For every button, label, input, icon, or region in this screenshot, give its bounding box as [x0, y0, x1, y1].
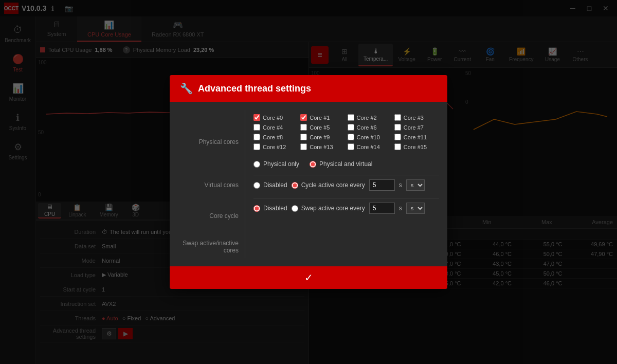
core-check-4[interactable]: Core #4 — [253, 124, 298, 131]
modal-section-labels: Physical cores Virtual cores Core cycle … — [178, 110, 245, 258]
core-check-11[interactable]: Core #11 — [394, 134, 439, 140]
swap-active-label: Swap active core every — [301, 205, 365, 212]
physical-cores-section-label: Physical cores — [178, 114, 239, 166]
core-checkbox-13[interactable] — [300, 143, 307, 150]
core-check-15[interactable]: Core #15 — [394, 143, 439, 150]
physical-cores-grid: Core #0 Core #1 Core #2 Core #3 Core #4 … — [253, 110, 439, 156]
cycle-disabled-radio[interactable]: Disabled — [253, 181, 287, 189]
advanced-thread-modal: 🔧 Advanced thread settings Physical core… — [170, 75, 447, 289]
modal-wrench-icon: 🔧 — [180, 82, 193, 95]
modal-title: Advanced thread settings — [198, 83, 311, 94]
swap-active-input[interactable] — [292, 205, 298, 212]
core-checkbox-8[interactable] — [253, 134, 260, 140]
modal-content: Core #0 Core #1 Core #2 Core #3 Core #4 … — [245, 110, 439, 258]
swap-unit-s: s — [399, 205, 402, 212]
cycle-active-label: Cycle active core every — [301, 181, 365, 189]
modal-overlay: 🔧 Advanced thread settings Physical core… — [0, 0, 617, 364]
swap-cores-row: Disabled Swap active core every s s — [253, 198, 439, 221]
radio-physical-only-label: Physical only — [263, 160, 299, 168]
core-checkbox-3[interactable] — [394, 114, 401, 121]
core-checkbox-1[interactable] — [300, 114, 307, 121]
swap-section-label: Swap active/inactive cores — [178, 235, 239, 258]
modal-confirm-icon: ✓ — [304, 271, 313, 284]
cycle-active-input[interactable] — [292, 182, 298, 189]
core-check-13[interactable]: Core #13 — [300, 143, 345, 150]
core-check-3[interactable]: Core #3 — [394, 114, 439, 121]
cycle-active-radio[interactable]: Cycle active core every — [292, 181, 365, 189]
core-cycle-section-label: Core cycle — [178, 205, 239, 227]
core-check-2[interactable]: Core #2 — [348, 114, 392, 121]
swap-dropdown[interactable]: s — [406, 203, 425, 214]
radio-physical-virtual-input[interactable] — [310, 161, 316, 168]
virtual-cores-section-label: Virtual cores — [178, 174, 239, 196]
swap-disabled-radio[interactable]: Disabled — [253, 205, 287, 212]
swap-value-input[interactable] — [369, 203, 395, 214]
cycle-disabled-input[interactable] — [253, 182, 260, 189]
core-checkbox-5[interactable] — [300, 124, 307, 131]
core-check-9[interactable]: Core #9 — [300, 134, 345, 140]
core-checkbox-7[interactable] — [394, 124, 401, 131]
core-checkbox-15[interactable] — [394, 143, 401, 150]
modal-confirm-button[interactable]: ✓ — [170, 266, 447, 289]
core-checkbox-4[interactable] — [253, 124, 260, 131]
core-cycle-row: Disabled Cycle active core every s s — [253, 175, 439, 198]
core-checkbox-0[interactable] — [253, 114, 260, 121]
cycle-disabled-label: Disabled — [263, 181, 287, 189]
swap-disabled-input[interactable] — [253, 205, 260, 212]
core-check-5[interactable]: Core #5 — [300, 124, 345, 131]
swap-disabled-label: Disabled — [263, 205, 287, 212]
cycle-value-input[interactable] — [369, 179, 395, 191]
core-checkbox-12[interactable] — [253, 143, 260, 150]
virtual-cores-row: Physical only Physical and virtual — [253, 156, 439, 175]
core-checkbox-6[interactable] — [348, 124, 354, 131]
core-checkbox-2[interactable] — [348, 114, 354, 121]
swap-active-radio[interactable]: Swap active core every — [292, 205, 365, 212]
core-check-14[interactable]: Core #14 — [348, 143, 392, 150]
core-checkbox-10[interactable] — [348, 134, 354, 140]
core-check-1[interactable]: Core #1 — [300, 114, 345, 121]
core-checkbox-14[interactable] — [348, 143, 354, 150]
core-check-7[interactable]: Core #7 — [394, 124, 439, 131]
radio-physical-only[interactable]: Physical only — [253, 160, 299, 168]
core-checkbox-9[interactable] — [300, 134, 307, 140]
core-check-12[interactable]: Core #12 — [253, 143, 298, 150]
core-check-0[interactable]: Core #0 — [253, 114, 298, 121]
core-check-8[interactable]: Core #8 — [253, 134, 298, 140]
core-check-6[interactable]: Core #6 — [348, 124, 392, 131]
radio-physical-virtual[interactable]: Physical and virtual — [310, 160, 372, 168]
cycle-unit-s: s — [399, 181, 402, 189]
cycle-dropdown[interactable]: s — [406, 179, 425, 191]
radio-physical-virtual-label: Physical and virtual — [319, 160, 372, 168]
core-checkbox-11[interactable] — [394, 134, 401, 140]
modal-header: 🔧 Advanced thread settings — [170, 75, 447, 102]
radio-physical-only-input[interactable] — [253, 161, 260, 168]
modal-body: Physical cores Virtual cores Core cycle … — [170, 102, 447, 266]
core-check-10[interactable]: Core #10 — [348, 134, 392, 140]
